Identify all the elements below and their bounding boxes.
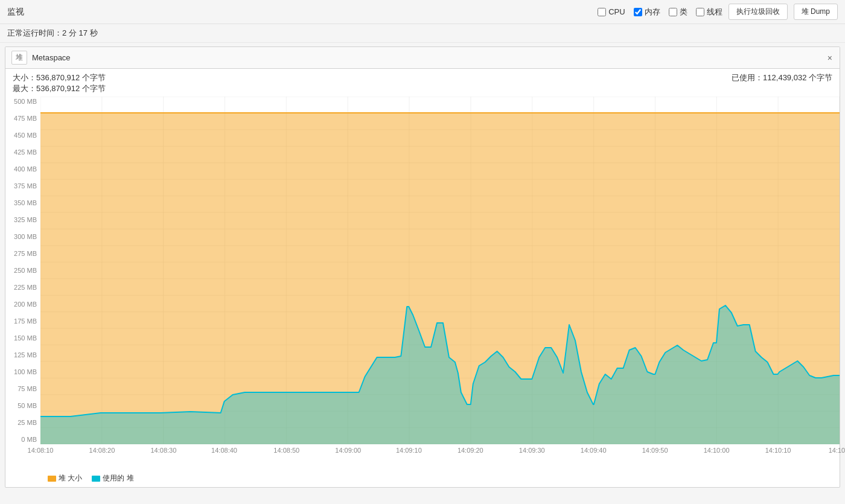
legend-heap-used-label: 使用的 堆 [103,473,133,483]
uptime-value: 2 分 17 秒 [62,28,98,37]
size-label: 大小： [13,73,36,82]
cpu-checkbox[interactable] [598,8,606,16]
y-label-50: 50 MB [5,402,40,409]
y-label-25: 25 MB [5,419,40,426]
y-label-375: 375 MB [5,182,40,190]
x-label-0: 14:08:10 [28,447,54,454]
max-item: 最大：536,870,912 个字节 [13,83,106,94]
class-label: 类 [680,7,687,18]
size-item: 大小：536,870,912 个字节 [13,72,106,83]
x-label-1: 14:08:20 [89,447,115,454]
y-label-125: 125 MB [5,351,40,359]
y-label-425: 425 MB [5,148,40,156]
x-axis: 14:08:10 14:08:20 14:08:30 14:08:40 14:0… [40,444,840,471]
chart-legend: 堆 大小 使用的 堆 [5,471,840,487]
memory-label: 内存 [645,7,660,18]
x-label-9: 14:09:40 [581,447,607,454]
gc-button[interactable]: 执行垃圾回收 [729,4,788,20]
max-value: 536,870,912 个字节 [36,84,106,93]
x-label-11: 14:10:00 [704,447,730,454]
dump-button[interactable]: 堆 Dump [794,4,838,20]
y-label-250: 250 MB [5,267,40,274]
x-label-12: 14:10:10 [765,447,791,454]
class-checkbox-item[interactable]: 类 [669,7,687,18]
class-checkbox[interactable] [669,8,677,16]
x-label-8: 14:09:30 [519,447,545,454]
y-label-200: 200 MB [5,301,40,308]
size-stat: 大小：536,870,912 个字节 最大：536,870,912 个字节 [13,72,130,94]
cpu-checkbox-item[interactable]: CPU [598,7,625,16]
x-label-4: 14:08:50 [273,447,299,454]
x-label-7: 14:09:20 [458,447,483,454]
y-label-75: 75 MB [5,385,40,392]
used-value: 112,439,032 个字节 [763,73,832,82]
x-label-10: 14:09:50 [642,447,668,454]
legend-heap-size-color [48,476,56,482]
legend-heap-size: 堆 大小 [48,473,82,483]
thread-label: 线程 [707,7,722,18]
y-label-275: 275 MB [5,250,40,257]
y-label-175: 175 MB [5,317,40,325]
uptime-label: 正常运行时间： [7,28,62,37]
cpu-label: CPU [608,7,625,16]
panel-title: Metaspace [32,53,71,62]
x-label-3: 14:08:40 [211,447,237,454]
x-label-2: 14:08:30 [150,447,176,454]
uptime-bar: 正常运行时间：2 分 17 秒 [0,24,845,43]
memory-panel: 堆 Metaspace × 大小：536,870,912 个字节 最大：536,… [5,46,840,488]
y-label-150: 150 MB [5,334,40,342]
y-label-400: 400 MB [5,165,40,173]
y-label-100: 100 MB [5,368,40,375]
thread-checkbox-item[interactable]: 线程 [696,7,722,18]
stats-row: 大小：536,870,912 个字节 最大：536,870,912 个字节 已使… [5,69,840,97]
top-right-controls: CPU 内存 类 线程 执行垃圾回收 堆 Dump [598,4,838,20]
x-label-5: 14:09:00 [335,447,361,454]
chart-wrapper: 0 MB 25 MB 50 MB 75 MB 100 MB 125 MB 150… [5,97,840,471]
memory-checkbox-item[interactable]: 内存 [634,7,660,18]
y-label-475: 475 MB [5,115,40,122]
top-bar: 监视 CPU 内存 类 线程 执行垃圾回收 堆 Dump [0,0,845,24]
page-title: 监视 [7,7,24,18]
used-label: 已使用： [732,73,763,82]
legend-heap-used: 使用的 堆 [92,473,133,483]
y-label-325: 325 MB [5,216,40,223]
thread-checkbox[interactable] [696,8,704,16]
panel-header: 堆 Metaspace × [5,47,840,69]
legend-heap-size-label: 堆 大小 [59,473,82,483]
used-stat: 已使用：112,439,032 个字节 [732,72,832,83]
y-label-500: 500 MB [5,98,40,105]
x-label-13: 14:10:2 [829,447,845,454]
panel-tab[interactable]: 堆 [11,51,27,65]
memory-checkbox[interactable] [634,8,642,16]
legend-heap-used-color [92,476,100,482]
close-icon[interactable]: × [826,54,834,62]
chart-svg [40,97,840,444]
y-label-225: 225 MB [5,284,40,291]
size-value: 536,870,912 个字节 [36,73,106,82]
x-label-6: 14:09:10 [396,447,422,454]
y-label-0: 0 MB [5,436,40,443]
max-label: 最大： [13,84,36,93]
y-label-300: 300 MB [5,233,40,240]
y-label-350: 350 MB [5,199,40,206]
y-label-450: 450 MB [5,132,40,139]
y-axis: 0 MB 25 MB 50 MB 75 MB 100 MB 125 MB 150… [5,97,40,444]
checkbox-group: CPU 内存 类 线程 [598,7,722,18]
